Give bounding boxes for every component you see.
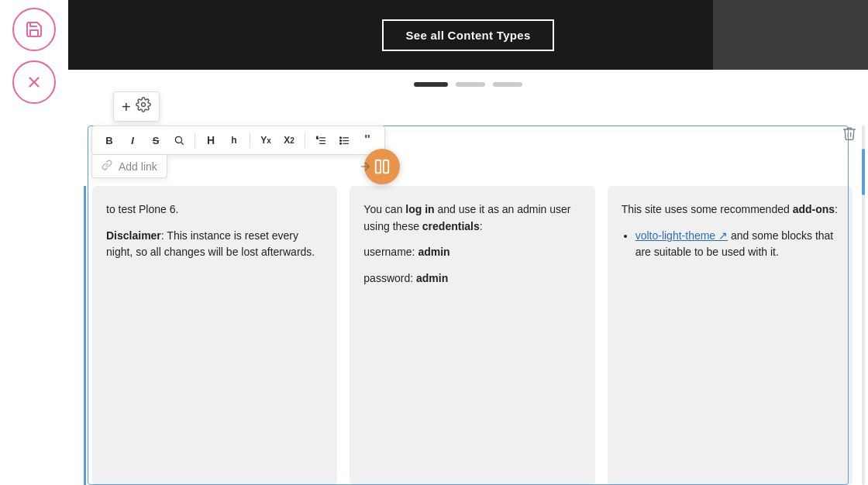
blockquote-button[interactable]: " — [356, 129, 378, 151]
svg-point-2 — [141, 103, 145, 107]
columns-settings-button[interactable] — [364, 149, 400, 184]
save-button[interactable] — [12, 8, 56, 51]
card1-disclaimer: Disclaimer: This instance is reset every… — [106, 228, 323, 261]
disclaimer-label: Disclaimer — [106, 229, 161, 242]
add-link-row: Add link — [91, 155, 167, 178]
add-link-label[interactable]: Add link — [119, 160, 157, 173]
toolbar-separator-1 — [195, 132, 195, 148]
italic-button[interactable]: I — [122, 129, 143, 151]
strikethrough-button[interactable]: S — [145, 129, 167, 151]
scroll-thumb — [862, 149, 865, 195]
delete-block-button[interactable] — [842, 126, 857, 145]
carousel-dots — [68, 70, 868, 95]
trash-icon — [842, 126, 857, 141]
main-content: See all Content Types + B I S H h — [68, 0, 868, 485]
toolbar-separator-2 — [250, 132, 250, 148]
card3-intro: This site uses some recommended add-ons: — [622, 201, 839, 218]
chain-link-icon — [102, 160, 112, 170]
search-format-button[interactable] — [168, 129, 190, 151]
arrow-right-icon — [358, 160, 372, 174]
card1-intro-text: to test Plone 6. — [106, 201, 323, 218]
superscript-button[interactable]: X2 — [278, 129, 300, 151]
close-button[interactable] — [12, 60, 56, 104]
toolbar-separator-3 — [305, 132, 305, 148]
carousel-dot-1[interactable] — [414, 82, 448, 87]
block-settings-button[interactable] — [136, 97, 151, 116]
volto-light-theme-link[interactable]: volto-light-theme ↗ — [636, 229, 728, 242]
left-sidebar — [0, 0, 68, 485]
scroll-track — [862, 126, 865, 485]
unordered-list-button[interactable] — [333, 129, 355, 151]
svg-text:1: 1 — [316, 136, 319, 139]
close-icon — [26, 74, 43, 91]
ordered-list-icon: 1 — [315, 135, 327, 146]
svg-rect-15 — [376, 160, 381, 174]
subscript-button[interactable]: Yx — [255, 129, 277, 151]
carousel-dot-2[interactable] — [456, 82, 485, 87]
svg-point-14 — [339, 143, 341, 144]
content-cards-area: to test Plone 6. Disclaimer: This instan… — [68, 186, 868, 485]
card-wrapper-3: This site uses some recommended add-ons:… — [608, 186, 852, 485]
carousel-dot-3[interactable] — [493, 82, 522, 87]
see-all-content-types-button[interactable]: See all Content Types — [382, 19, 553, 51]
search-icon — [174, 135, 184, 146]
svg-point-13 — [339, 139, 341, 141]
card3-addons-list: volto-light-theme ↗ and some blocks that… — [636, 228, 839, 261]
block-toolbar: + — [113, 91, 160, 122]
content-card-2: You can log in and use it as an admin us… — [350, 186, 594, 485]
add-block-button[interactable]: + — [122, 99, 131, 115]
save-icon — [25, 20, 43, 39]
hero-banner: See all Content Types — [68, 0, 868, 70]
heading1-button[interactable]: H — [200, 129, 222, 151]
format-toolbar: B I S H h Yx X2 1 " — [91, 126, 385, 155]
gear-icon — [136, 97, 151, 112]
card2-username: username: admin — [363, 244, 580, 261]
scrollbar[interactable] — [859, 126, 868, 485]
svg-line-4 — [181, 143, 184, 145]
content-card-1: to test Plone 6. Disclaimer: This instan… — [92, 186, 337, 485]
svg-point-12 — [339, 136, 341, 138]
link-icon — [102, 160, 112, 173]
card2-login-text: You can log in and use it as an admin us… — [363, 201, 580, 235]
card-wrapper-2: You can log in and use it as an admin us… — [350, 186, 594, 485]
columns-icon — [374, 158, 391, 175]
card2-password: password: admin — [363, 270, 580, 287]
bold-button[interactable]: B — [98, 129, 120, 151]
unordered-list-icon — [339, 135, 350, 146]
heading2-button[interactable]: h — [223, 129, 245, 151]
svg-rect-16 — [384, 160, 388, 174]
addon-list-item: volto-light-theme ↗ and some blocks that… — [636, 228, 839, 261]
card-wrapper-1: to test Plone 6. Disclaimer: This instan… — [84, 186, 337, 485]
content-card-3: This site uses some recommended add-ons:… — [608, 186, 852, 485]
ordered-list-button[interactable]: 1 — [310, 129, 332, 151]
